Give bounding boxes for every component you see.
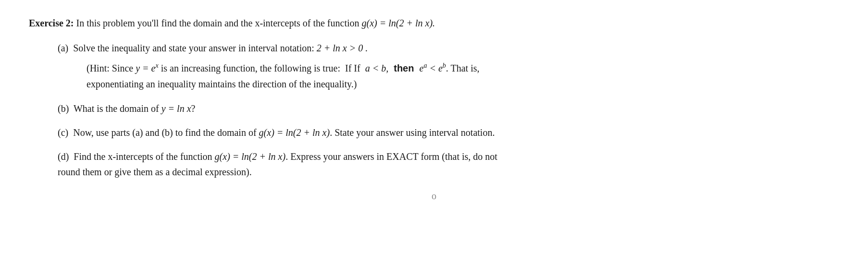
part-c: (c) Now, use parts (a) and (b) to find t… xyxy=(58,125,839,140)
hint-mid-text: is an increasing function, the following… xyxy=(159,63,365,73)
exercise-block: Exercise 2: In this problem you'll find … xyxy=(29,15,839,204)
part-d-func: g(x) = ln(2 + ln x) xyxy=(215,151,286,162)
part-c-end: . State your answer using interval notat… xyxy=(330,127,495,138)
part-b-text: What is the domain of xyxy=(74,103,161,114)
hint-eb-expr: eb xyxy=(438,63,446,73)
part-a: (a) Solve the inequality and state your … xyxy=(58,40,839,92)
hint-block: (Hint: Since y = ex is an increasing fun… xyxy=(87,60,839,92)
hint-a-expr: a < b, xyxy=(365,63,389,73)
part-a-inequality: 2 + ln x > 0 . xyxy=(317,43,368,53)
part-a-text: Solve the inequality and state your answ… xyxy=(73,43,317,53)
hint-ea-expr: ea xyxy=(420,63,427,73)
hint-prefix: (Hint: Since xyxy=(87,63,136,73)
hint-then-text: then xyxy=(388,63,419,73)
part-d-end: . Express your answers in EXACT form (th… xyxy=(285,151,497,162)
part-d: (d) Find the x-intercepts of the functio… xyxy=(58,149,839,180)
part-d-label: (d) xyxy=(58,151,69,162)
exercise-title: Exercise 2: In this problem you'll find … xyxy=(29,15,839,31)
part-c-func: g(x) = ln(2 + ln x) xyxy=(259,127,330,138)
part-a-label: (a) Solve the inequality and state your … xyxy=(58,43,368,53)
part-c-text: Now, use parts (a) and (b) to find the d… xyxy=(73,127,259,138)
hint-lt-sign: < xyxy=(427,63,438,73)
part-b-label: (b) xyxy=(58,103,69,114)
exercise-title-intro: In this problem you'll find the domain a… xyxy=(74,18,362,28)
exercise-title-func: g(x) = ln(2 + ln x). xyxy=(362,18,435,28)
part-d-text: Find the x-intercepts of the function xyxy=(74,151,214,162)
hint-y-expr: y = ex xyxy=(136,63,159,73)
hint-end-text: . That is, xyxy=(446,63,480,73)
part-c-label: (c) xyxy=(58,127,68,138)
exercise-title-bold: Exercise 2: xyxy=(29,18,74,28)
bottom-marker: o xyxy=(29,188,839,204)
part-b: (b) What is the domain of y = ln x? xyxy=(58,101,839,116)
part-b-func: y = ln x xyxy=(161,103,191,114)
part-b-end: ? xyxy=(191,103,196,114)
hint-line2: exponentiating an inequality maintains t… xyxy=(87,79,357,89)
part-d-line2: round them or give them as a decimal exp… xyxy=(58,167,252,177)
